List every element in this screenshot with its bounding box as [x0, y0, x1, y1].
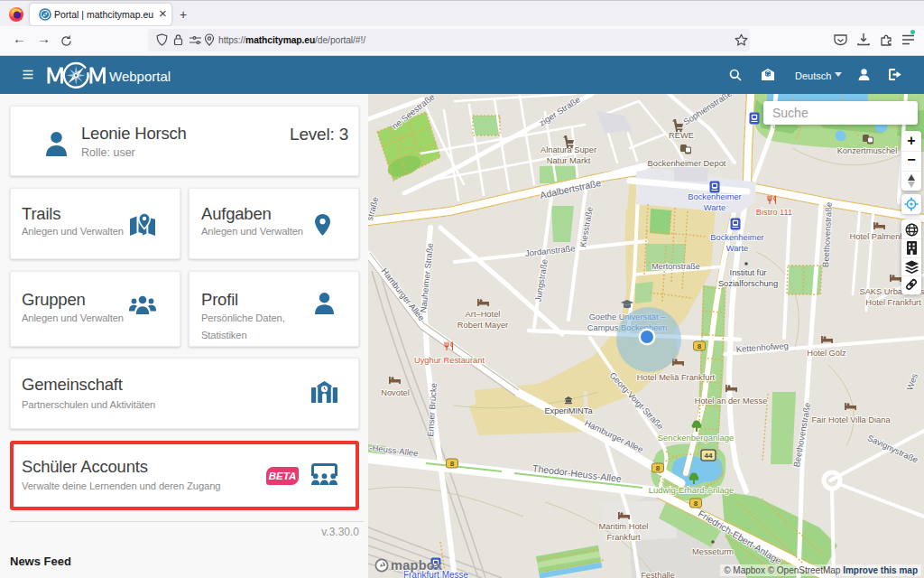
svg-text:Bockenheimer: Bockenheimer — [710, 233, 763, 242]
svg-text:Hotel Meliä Frankfurt: Hotel Meliä Frankfurt — [637, 373, 716, 382]
svg-text:Hotel Palmenh: Hotel Palmenh — [850, 232, 905, 241]
svg-text:Novotel: Novotel — [381, 388, 410, 397]
svg-text:Nauheimer Straße: Nauheimer Straße — [418, 242, 435, 312]
svg-text:Fair Hotel Villa Diana: Fair Hotel Villa Diana — [811, 415, 891, 424]
svg-text:44: 44 — [705, 452, 713, 460]
svg-text:Warte: Warte — [704, 203, 725, 212]
svg-text:Bockenheimer: Bockenheimer — [688, 192, 741, 201]
svg-text:Mertonstraße: Mertonstraße — [651, 262, 700, 271]
svg-text:Hotel an der Messe: Hotel an der Messe — [695, 396, 768, 406]
svg-text:ExperiMINTa: ExperiMINTa — [544, 406, 593, 415]
svg-text:Jungstraße: Jungstraße — [532, 258, 549, 303]
svg-text:Kiesstraße: Kiesstraße — [578, 206, 595, 248]
svg-text:Institut für: Institut für — [730, 268, 767, 277]
svg-text:Kettenhofweg: Kettenhofweg — [735, 340, 789, 354]
svg-text:Hotel Gölz: Hotel Gölz — [807, 349, 846, 358]
svg-text:Messeturm: Messeturm — [692, 547, 734, 556]
svg-text:Warte: Warte — [726, 244, 748, 253]
svg-text:Hotel Frankfurt: Hotel Frankfurt — [865, 298, 921, 307]
svg-text:Bockenheimer Depot: Bockenheimer Depot — [648, 159, 726, 168]
svg-text:Uyghur Restaurant: Uyghur Restaurant — [414, 356, 485, 365]
svg-text:Bistro 111: Bistro 111 — [756, 208, 792, 217]
svg-text:Art–Hotel: Art–Hotel — [466, 310, 501, 319]
svg-text:Sozialforschung: Sozialforschung — [718, 279, 778, 288]
svg-text:Jordanstraße: Jordanstraße — [524, 243, 576, 258]
svg-text:Robert Mayer: Robert Mayer — [457, 321, 508, 330]
svg-text:Ludwig-Erhard-Anlage: Ludwig-Erhard-Anlage — [649, 485, 735, 495]
svg-text:Wes: Wes — [904, 372, 919, 392]
svg-text:Natur Markt: Natur Markt — [547, 156, 591, 165]
svg-text:Festhalle: Festhalle — [641, 571, 675, 578]
svg-text:ziger Straße: ziger Straße — [537, 94, 581, 127]
svg-text:Konzertmuschel: Konzertmuschel — [837, 146, 898, 155]
svg-text:Maritim Hotel: Maritim Hotel — [599, 522, 649, 531]
svg-text:Senckenberganlage: Senckenberganlage — [658, 433, 735, 443]
svg-text:REWE: REWE — [669, 131, 694, 140]
svg-text:Frankfurt: Frankfurt — [606, 533, 641, 542]
